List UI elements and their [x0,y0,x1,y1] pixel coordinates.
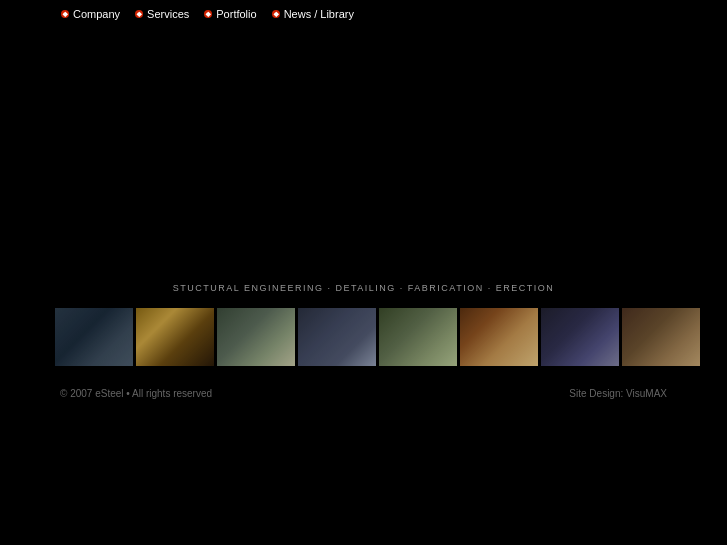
nav-bullet-icon: ❖ [134,9,144,19]
nav-bullet-icon: ❖ [203,9,213,19]
thumbnail-6[interactable] [460,308,538,366]
svg-text:❖: ❖ [205,11,212,18]
svg-text:❖: ❖ [273,11,280,18]
thumbnail-1[interactable] [55,308,133,366]
nav-label-company: Company [73,8,120,20]
svg-text:❖: ❖ [136,11,143,18]
thumbnail-7[interactable] [541,308,619,366]
site-design: Site Design: VisuMAX [569,388,667,399]
nav-bullet-icon: ❖ [60,9,70,19]
thumbnail-8[interactable] [622,308,700,366]
nav-bullet-icon: ❖ [271,9,281,19]
nav-label-portfolio: Portfolio [216,8,256,20]
main-navigation: ❖ Company ❖ Services ❖ Portfolio ❖ News … [60,8,368,20]
svg-text:❖: ❖ [62,11,69,18]
image-strip [55,308,700,366]
tagline: STUCTURAL ENGINEERING · DETAILING · FABR… [0,283,727,293]
thumbnail-2[interactable] [136,308,214,366]
copyright: © 2007 eSteel • All rights reserved [60,388,212,399]
nav-item-services[interactable]: ❖ Services [134,8,189,20]
nav-item-news-library[interactable]: ❖ News / Library [271,8,354,20]
thumbnail-4[interactable] [298,308,376,366]
nav-item-portfolio[interactable]: ❖ Portfolio [203,8,256,20]
nav-label-news-library: News / Library [284,8,354,20]
nav-label-services: Services [147,8,189,20]
footer: © 2007 eSteel • All rights reserved Site… [0,388,727,399]
thumbnail-5[interactable] [379,308,457,366]
nav-item-company[interactable]: ❖ Company [60,8,120,20]
thumbnail-3[interactable] [217,308,295,366]
